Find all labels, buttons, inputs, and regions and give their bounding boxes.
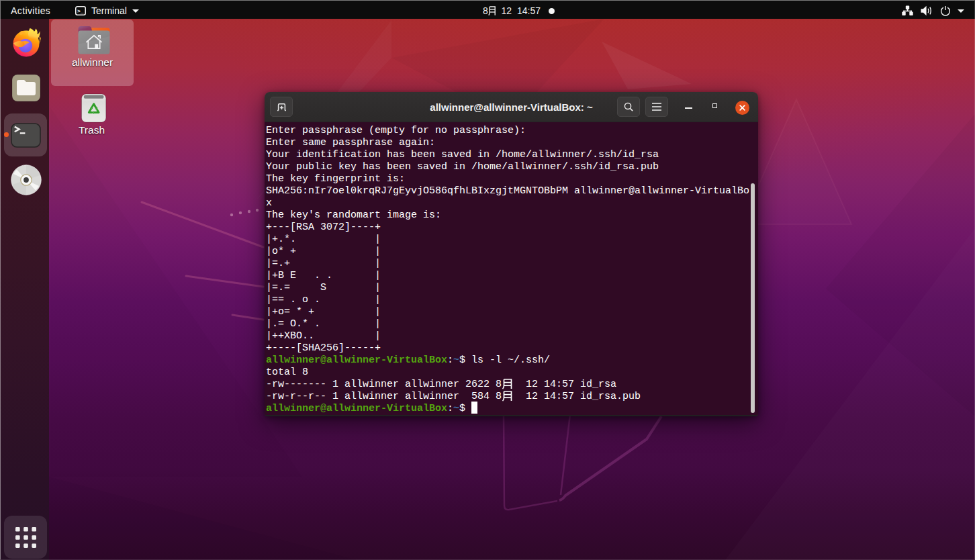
svg-text:>_: >_	[77, 8, 84, 14]
